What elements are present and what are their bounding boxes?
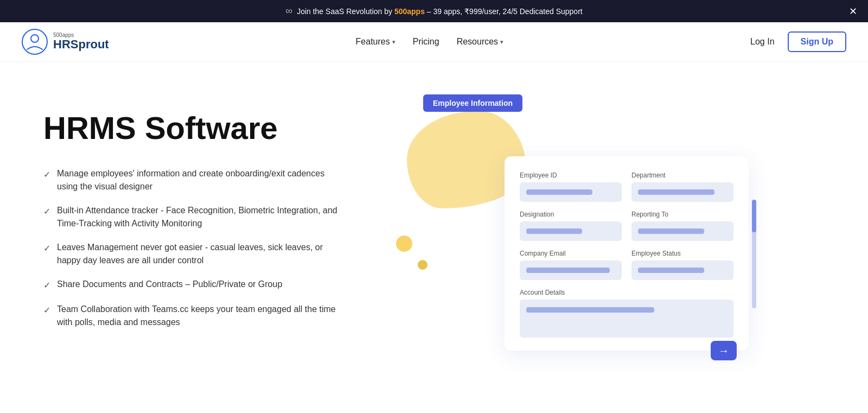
field-bar-employee-id: [520, 182, 622, 202]
feature-text-1: Manage employees' information and create…: [57, 167, 342, 193]
feature-item-1: ✓ Manage employees' information and crea…: [43, 167, 342, 193]
field-label-employee-id: Employee ID: [520, 171, 622, 179]
hero-right: Employee Information Employee ID Departm…: [363, 94, 835, 377]
field-bar-reporting-to: [631, 221, 733, 241]
field-employee-status: Employee Status: [631, 250, 733, 280]
navbar: 500apps HRSprout Features ▾ Pricing Reso…: [0, 22, 868, 62]
feature-item-5: ✓ Team Collaboration with Teams.cc keeps…: [43, 303, 342, 329]
field-label-account-details: Account Details: [520, 289, 733, 296]
signup-button[interactable]: Sign Up: [788, 31, 846, 52]
field-bar-designation: [520, 221, 622, 241]
feature-text-5: Team Collaboration with Teams.cc keeps y…: [57, 303, 342, 329]
field-reporting-to: Reporting To: [631, 211, 733, 241]
check-icon-3: ✓: [43, 242, 50, 255]
nav-features-label: Features: [356, 37, 390, 47]
check-icon-2: ✓: [43, 205, 50, 218]
logo-name: HRSprout: [53, 38, 109, 51]
features-list: ✓ Manage employees' information and crea…: [43, 167, 342, 329]
check-icon-5: ✓: [43, 304, 50, 317]
banner-text-before: Join the SaaS Revolution by: [297, 7, 394, 16]
account-details-bar: [520, 300, 733, 338]
feature-item-4: ✓ Share Documents and Contracts – Public…: [43, 278, 342, 292]
nav-features[interactable]: Features ▾: [356, 37, 395, 47]
field-bar-inner-company-email: [526, 268, 610, 273]
field-bar-inner-department: [638, 189, 714, 195]
scroll-indicator: [752, 200, 756, 308]
banner-text: Join the SaaS Revolution by 500apps – 39…: [297, 7, 583, 16]
field-bar-department: [631, 182, 733, 202]
nav-resources-label: Resources: [457, 37, 498, 47]
feature-text-2: Built-in Attendance tracker - Face Recog…: [57, 204, 342, 230]
field-label-employee-status: Employee Status: [631, 250, 733, 257]
employee-info-badge: Employee Information: [423, 94, 522, 112]
logo-text: 500apps HRSprout: [53, 32, 109, 51]
field-department: Department: [631, 171, 733, 202]
field-label-designation: Designation: [520, 211, 622, 218]
field-account-details: Account Details: [520, 289, 733, 338]
field-bar-company-email: [520, 260, 622, 280]
hero-left: HRMS Software ✓ Manage employees' inform…: [43, 94, 342, 329]
decorative-blob-tiny: [418, 260, 427, 270]
chevron-down-icon-2: ▾: [500, 39, 503, 46]
account-inner-bar: [526, 307, 654, 313]
hero-section: HRMS Software ✓ Manage employees' inform…: [0, 62, 868, 409]
field-company-email: Company Email: [520, 250, 622, 280]
feature-text-3: Leaves Management never got easier - cas…: [57, 241, 342, 267]
banner-close-button[interactable]: ✕: [849, 5, 857, 17]
field-label-company-email: Company Email: [520, 250, 622, 257]
infinity-icon: ∞: [285, 5, 292, 17]
hero-title: HRMS Software: [43, 111, 342, 145]
field-label-reporting-to: Reporting To: [631, 211, 733, 218]
field-employee-id: Employee ID: [520, 171, 622, 202]
feature-item-3: ✓ Leaves Management never got easier - c…: [43, 241, 342, 267]
login-button[interactable]: Log In: [750, 37, 774, 47]
chevron-down-icon: ▾: [392, 39, 395, 46]
decorative-arrow-shape: [403, 263, 414, 276]
field-bar-employee-status: [631, 260, 733, 280]
nav-links: Features ▾ Pricing Resources ▾: [356, 37, 504, 47]
form-card-wrapper: Employee Information Employee ID Departm…: [450, 94, 749, 351]
banner-text-after: – 39 apps, ₹999/user, 24/5 Dedicated Sup…: [425, 7, 583, 16]
form-card: Employee ID Department Designation: [505, 156, 749, 351]
decorative-blob-small: [396, 236, 412, 252]
field-designation: Designation: [520, 211, 622, 241]
field-bar-inner-designation: [526, 228, 582, 234]
svg-point-1: [31, 35, 39, 42]
field-bar-inner-reporting-to: [638, 228, 704, 234]
top-banner: ∞ Join the SaaS Revolution by 500apps – …: [0, 0, 868, 22]
field-bar-inner-employee-id: [526, 189, 592, 195]
check-icon-1: ✓: [43, 168, 50, 181]
nav-pricing[interactable]: Pricing: [413, 37, 439, 47]
scroll-thumb: [752, 200, 756, 232]
feature-text-4: Share Documents and Contracts – Public/P…: [57, 278, 282, 291]
banner-highlight: 500apps: [394, 7, 425, 16]
field-label-department: Department: [631, 171, 733, 179]
field-bar-inner-employee-status: [638, 268, 704, 273]
nav-resources[interactable]: Resources ▾: [457, 37, 503, 47]
nav-pricing-label: Pricing: [413, 37, 439, 47]
nav-actions: Log In Sign Up: [750, 31, 846, 52]
feature-item-2: ✓ Built-in Attendance tracker - Face Rec…: [43, 204, 342, 230]
next-arrow-button[interactable]: →: [711, 341, 737, 360]
logo[interactable]: 500apps HRSprout: [22, 29, 109, 55]
logo-icon: [22, 29, 48, 55]
form-grid: Employee ID Department Designation: [520, 171, 733, 338]
arrow-right-icon: →: [718, 345, 729, 357]
check-icon-4: ✓: [43, 279, 50, 292]
